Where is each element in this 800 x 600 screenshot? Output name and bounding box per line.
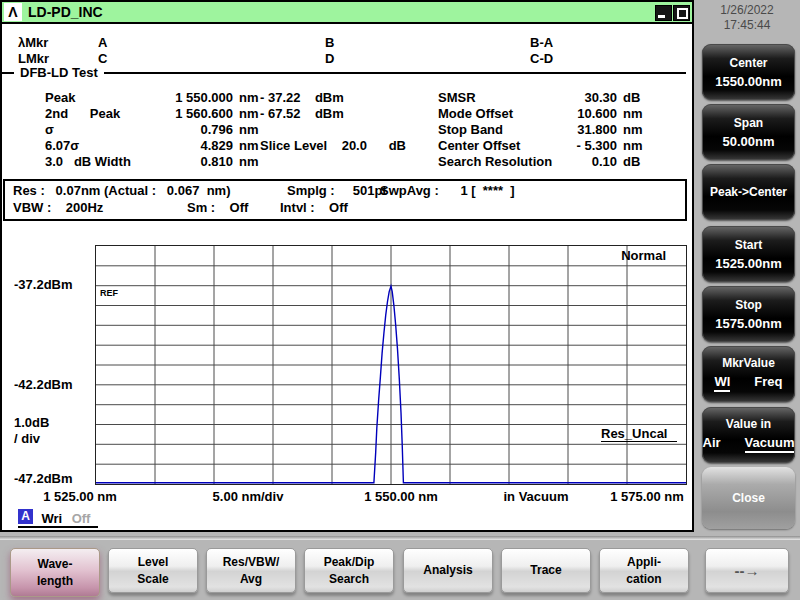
fnkey-peak-dip-search[interactable]: Peak/Dip Search (304, 548, 394, 593)
softkey-value: 1575.00nm (702, 316, 795, 331)
marker-b-a: B-A (530, 35, 553, 50)
measurement-row: Peak 1 550.000 nm - 37.22 dBm SMSR 30.30… (2, 90, 692, 106)
measurement-row: 3.0 dB Width 0.810 nm Search Resolution … (2, 154, 692, 170)
fnkey-trace[interactable]: Trace (501, 548, 591, 593)
y-mid-label: -42.2dBm (14, 377, 73, 392)
softkey-start[interactable]: Start 1525.00nm (702, 226, 795, 282)
x-stop-label: 1 575.00 nm (610, 489, 684, 504)
sampling-setting: Smplg : 501pt (287, 183, 387, 198)
trace-letter-badge: A (18, 509, 33, 524)
panel-seam (0, 536, 800, 540)
meas-value: 1 550.000 (143, 90, 233, 105)
mkrvalue-option-wl[interactable]: Wl (714, 374, 730, 392)
meas-label: Peak (45, 90, 75, 105)
meas-value: 1 560.600 (143, 106, 233, 121)
softkey-center[interactable]: Center 1550.00nm (702, 44, 795, 100)
softkey-span[interactable]: Span 50.00nm (702, 104, 795, 160)
maximize-icon (677, 8, 688, 19)
level-marker-label: LMkr (18, 51, 49, 66)
softkey-label: Peak->Center (702, 185, 795, 199)
fnkey-label: Wave- (11, 556, 99, 573)
y-scale-label: 1.0dB (14, 415, 49, 430)
meas-unit: nm (239, 106, 259, 121)
softkey-value-in[interactable]: Value in Air Vacuum (702, 407, 795, 463)
meas-value: 10.600 (520, 106, 617, 121)
more-arrow-icon: --→ (706, 562, 788, 579)
vbw-setting: VBW : 200Hz (13, 200, 103, 215)
analysis-section-title: DFB-LD Test (14, 65, 104, 80)
spectrum-svg (96, 246, 686, 484)
softkey-mkrvalue[interactable]: MkrValue Wl Freq (702, 346, 795, 402)
meas-label: σ (45, 122, 54, 137)
x-div-label: 5.00 nm/div (213, 489, 284, 504)
softkey-label: Stop (702, 298, 795, 312)
measurement-row: σ 0.796 nm Stop Band 31.800 nm (2, 122, 692, 138)
marker-c-d: C-D (530, 51, 553, 66)
softkey-label: Value in (702, 417, 795, 431)
meas-label: Mode Offset (438, 106, 513, 121)
marker-b: B (325, 35, 334, 50)
y-scale-label2: / div (14, 431, 40, 446)
fnkey-analysis[interactable]: Analysis (403, 548, 493, 593)
fnkey-label: Search (305, 571, 393, 588)
y-bottom-label: -47.2dBm (14, 471, 73, 486)
meas-value: 0.10 (520, 154, 617, 169)
sweep-settings-box: Res : 0.07nm (Actual : 0.067 nm) Smplg :… (3, 179, 687, 221)
fnkey-application[interactable]: Appli- cation (599, 548, 689, 593)
meas-extra: - 67.52 dBm (260, 106, 344, 121)
meas-label: 2nd Peak (45, 106, 120, 121)
softkey-value: 1550.00nm (702, 74, 795, 89)
interval-setting: Intvl : Off (280, 200, 348, 215)
display-screen: Λ LD-PD_INC λMkr A B B-A LMkr C D C-D DF… (0, 0, 694, 532)
meas-label: 6.07σ (45, 138, 79, 153)
softkey-value: 1525.00nm (702, 256, 795, 271)
fnkey-label: Avg (207, 571, 295, 588)
meas-unit: nm (239, 154, 259, 169)
minimize-button[interactable] (655, 5, 672, 21)
value-in-option-vacuum[interactable]: Vacuum (745, 435, 795, 453)
fnkey-res-vbw-avg[interactable]: Res/VBW/ Avg (206, 548, 296, 593)
meas-unit: nm (239, 122, 259, 137)
meas-unit: nm (623, 122, 643, 137)
app-logo-icon: Λ (4, 3, 22, 21)
fnkey-more-arrow[interactable]: --→ (705, 548, 789, 593)
measurement-row: 6.07σ 4.829 nm Slice Level 20.0 dB Cente… (2, 138, 692, 154)
softkey-label: Start (702, 238, 795, 252)
ref-line-label: REF (100, 288, 118, 298)
meas-value: 0.810 (143, 154, 233, 169)
trace-write-mode: Wri (41, 511, 62, 526)
fnkey-level-scale[interactable]: Level Scale (108, 548, 198, 593)
softkey-stop[interactable]: Stop 1575.00nm (702, 286, 795, 342)
date-text: 1/26/2022 (698, 3, 796, 18)
wavelength-marker-label: λMkr (18, 35, 48, 50)
meas-unit: dB (623, 90, 640, 105)
x-start-label: 1 525.00 nm (43, 489, 117, 504)
fnkey-label: Level (109, 554, 197, 571)
value-in-option-air[interactable]: Air (703, 435, 721, 453)
fnkey-label: Peak/Dip (305, 554, 393, 571)
trace-indicator[interactable]: A Wri Off (18, 509, 98, 528)
meas-unit: nm (239, 90, 259, 105)
fnkey-label: Analysis (404, 562, 492, 579)
section-divider (2, 72, 686, 74)
softkey-label: Span (702, 116, 795, 130)
measurement-row: 2nd Peak 1 560.600 nm - 67.52 dBm Mode O… (2, 106, 692, 122)
meas-unit: nm (239, 138, 259, 153)
softkey-label: Close (702, 491, 795, 505)
meas-value: 31.800 (520, 122, 617, 137)
smoothing-setting: Sm : Off (187, 200, 248, 215)
spectrum-plot: REF Normal Res_Uncal (95, 245, 687, 485)
fnkey-label: cation (600, 571, 688, 588)
mkrvalue-option-freq[interactable]: Freq (754, 374, 782, 392)
softkey-close[interactable]: Close (702, 467, 795, 529)
maximize-button[interactable] (673, 5, 690, 21)
softkey-peak-to-center[interactable]: Peak->Center (702, 164, 795, 220)
fnkey-label: length (11, 573, 99, 590)
meas-label: 3.0 dB Width (45, 154, 131, 169)
window-title: LD-PD_INC (28, 4, 103, 20)
meas-value: 30.30 (520, 90, 617, 105)
trace-off-mode: Off (72, 511, 91, 526)
res-uncal-warning: Res_Uncal (601, 426, 677, 442)
title-bar: Λ LD-PD_INC (2, 2, 692, 24)
fnkey-wavelength[interactable]: Wave- length (10, 548, 100, 597)
